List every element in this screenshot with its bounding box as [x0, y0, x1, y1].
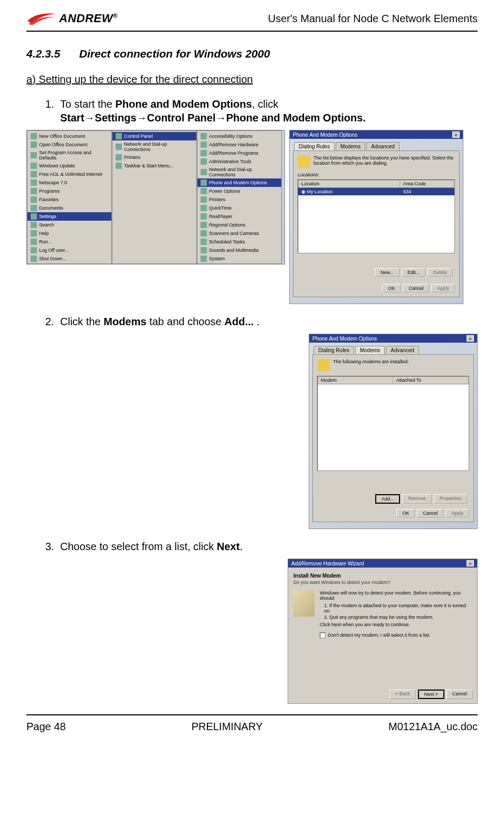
menu-item[interactable]: Help — [27, 229, 111, 238]
menu-item-icon — [201, 180, 207, 186]
tab-dialing-rules[interactable]: Dialing Rules — [313, 346, 354, 354]
properties-button[interactable]: Properties — [434, 494, 467, 504]
document-title: User's Manual for Node C Network Element… — [268, 13, 478, 25]
menu-item[interactable]: Printers — [112, 153, 196, 162]
col-modem: Modem — [318, 376, 393, 384]
menu-item[interactable]: Programs — [27, 187, 111, 195]
menu-item-label: Netscape 7.0 — [39, 180, 67, 185]
dialog2-bottom-buttons: OK Cancel Apply — [396, 509, 469, 517]
dialog2-listbox[interactable]: Modem Attached To — [317, 376, 469, 471]
menu-item[interactable]: Free AOL & Unlimited Internet — [27, 170, 111, 178]
menu-item-icon — [31, 163, 37, 169]
menu-item[interactable]: Shut Down... — [27, 254, 111, 263]
menu-item-label: Accessibility Options — [209, 134, 253, 139]
menu-item[interactable]: Network and Dial-up Connections — [112, 140, 196, 153]
apply-button[interactable]: Apply — [431, 284, 455, 292]
add-button[interactable]: Add... — [375, 494, 401, 504]
menu-item[interactable]: Sounds and Multimedia — [197, 246, 281, 254]
step2-t2: tab and choose — [146, 316, 224, 327]
menu-item-label: New Office Document — [39, 134, 85, 139]
menu-item-label: Settings — [39, 214, 56, 219]
new-button[interactable]: New... — [375, 268, 400, 277]
steps-list-2: Click the Modems tab and choose Add... . — [57, 315, 478, 328]
menu-item[interactable]: Log Off user... — [27, 246, 111, 254]
menu-item[interactable]: Open Office Document — [27, 140, 111, 149]
menu-item[interactable]: System — [197, 254, 281, 263]
menu-item[interactable]: Control Panel — [112, 132, 196, 140]
close-icon[interactable]: × — [452, 131, 460, 138]
menu-item-icon — [201, 256, 207, 262]
dialog1-tabs: Dialing Rules Modems Advanced — [290, 139, 463, 150]
edit-button[interactable]: Edit... — [402, 268, 425, 277]
menu-item-icon — [31, 152, 37, 158]
tab-modems[interactable]: Modems — [336, 142, 365, 150]
ok-button[interactable]: OK — [382, 284, 401, 292]
row-location-label: My Location — [307, 189, 333, 194]
section-title: Direct connection for Windows 2000 — [79, 48, 270, 60]
menu-item[interactable]: Regional Options — [197, 221, 281, 229]
menu-item-label: Run... — [39, 239, 52, 244]
remove-button[interactable]: Remove — [402, 494, 432, 504]
dialog1-listbox[interactable]: Location Area Code ◉ My Location 634 — [298, 180, 455, 253]
back-button[interactable]: < Back — [389, 690, 416, 699]
cancel-button[interactable]: Cancel — [446, 690, 473, 699]
menu-item-label: Printers — [209, 197, 225, 202]
menu-item[interactable]: Administrative Tools — [197, 157, 281, 166]
menu-item[interactable]: New Office Document — [27, 132, 111, 140]
menu-item[interactable]: Scanners and Cameras — [197, 229, 281, 238]
menu-item[interactable]: Set Program Access and Defaults — [27, 149, 111, 162]
menu-item[interactable]: Printers — [197, 195, 281, 204]
menu-item[interactable]: Phone and Modem Options — [197, 178, 281, 187]
apply-button[interactable]: Apply — [445, 509, 469, 517]
menu-item[interactable]: Search — [27, 221, 111, 229]
menu-item[interactable]: Windows Update — [27, 162, 111, 170]
menu-item[interactable]: Netscape 7.0 — [27, 178, 111, 187]
menu-col-3: Accessibility OptionsAdd/Remove Hardware… — [197, 130, 282, 264]
dialog2-body: The following modems are installed: Mode… — [312, 354, 474, 522]
tab-advanced[interactable]: Advanced — [386, 346, 419, 354]
dialog1-titlebar: Phone And Modem Options × — [290, 130, 463, 139]
menu-item[interactable]: Documents — [27, 204, 111, 212]
menu-item-label: Log Off user... — [39, 248, 69, 253]
menu-item-label: Add/Remove Programs — [209, 150, 259, 156]
delete-button[interactable]: Delete — [427, 268, 453, 277]
menu-item[interactable]: RealPlayer — [197, 212, 281, 221]
section-heading: 4.2.3.5 Direct connection for Windows 20… — [26, 48, 478, 60]
menu-item[interactable]: Users and Passwords — [197, 263, 281, 265]
menu-item[interactable]: Favorites — [27, 195, 111, 204]
dont-detect-checkbox[interactable] — [320, 632, 326, 638]
tab-dialing-rules[interactable]: Dialing Rules — [294, 142, 335, 150]
menu-item[interactable]: Scheduled Tasks — [197, 238, 281, 246]
ok-button[interactable]: OK — [396, 509, 415, 517]
dialog1-list-header: Location Area Code — [298, 180, 454, 188]
screenshot-start-menu: New Office DocumentOpen Office DocumentS… — [26, 130, 285, 265]
menu-item[interactable]: Accessibility Options — [197, 132, 281, 140]
cancel-button[interactable]: Cancel — [403, 284, 429, 292]
tab-advanced[interactable]: Advanced — [366, 142, 399, 150]
menu-item[interactable]: Network and Dial-up Connections — [197, 166, 281, 178]
menu-item-label: Printers — [124, 155, 140, 160]
close-icon[interactable]: × — [467, 335, 474, 342]
menu-item[interactable]: Add/Remove Programs — [197, 149, 281, 157]
menu-item[interactable]: Settings — [27, 212, 111, 221]
dialog2-titlebar: Phone And Modem Options × — [309, 334, 477, 343]
next-button[interactable]: Next > — [418, 690, 444, 699]
menu-item-icon — [116, 163, 122, 169]
menu-item-label: Scheduled Tasks — [209, 239, 245, 244]
menu-item-label: Taskbar & Start Menu... — [124, 163, 174, 168]
cancel-button[interactable]: Cancel — [417, 509, 443, 517]
menu-item-label: Documents — [39, 205, 63, 211]
subsection-heading: a) Setting up the device for the direct … — [26, 73, 478, 86]
menu-item[interactable]: Power Options — [197, 187, 281, 195]
menu-item-icon — [201, 196, 207, 203]
menu-item[interactable]: Taskbar & Start Menu... — [112, 162, 196, 170]
screenshot-pmo-dialing-rules: Phone And Modem Options × Dialing Rules … — [289, 130, 463, 304]
dialog1-info-text: The list below displays the locations yo… — [313, 155, 455, 166]
menu-item[interactable]: Add/Remove Hardware — [197, 140, 281, 149]
wizard-body2: 1. If the modem is attached to your comp… — [324, 603, 472, 613]
tab-modems[interactable]: Modems — [355, 346, 385, 354]
close-icon[interactable]: × — [467, 560, 474, 566]
list-row-my-location[interactable]: ◉ My Location 634 — [298, 188, 454, 195]
menu-item[interactable]: Run... — [27, 238, 111, 246]
menu-item[interactable]: QuickTime — [197, 204, 281, 212]
